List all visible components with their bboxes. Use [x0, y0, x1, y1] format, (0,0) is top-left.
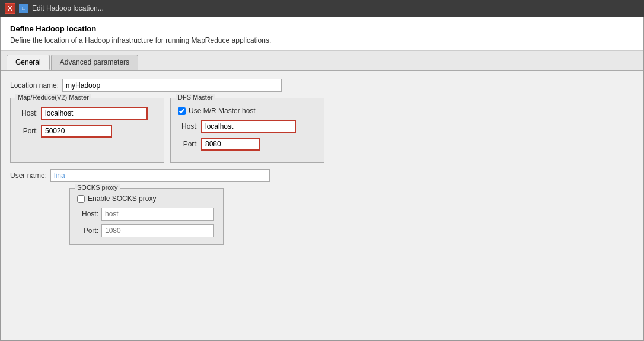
dfs-host-row: Host:: [178, 120, 317, 133]
mr-host-input[interactable]: [41, 107, 148, 120]
location-name-label: Location name:: [10, 81, 59, 90]
tab-bar: General Advanced parameters: [1, 51, 643, 71]
socks-host-row: Host:: [77, 208, 216, 221]
close-button[interactable]: X: [5, 3, 15, 14]
mr-host-label: Host:: [18, 109, 38, 117]
dfs-master-legend: DFS Master: [176, 94, 215, 101]
mr-host-row: Host:: [18, 107, 157, 120]
tab-general[interactable]: General: [7, 55, 50, 70]
tab-advanced-parameters[interactable]: Advanced parameters: [51, 55, 138, 70]
dfs-use-mr-master-row: Use M/R Master host: [178, 107, 317, 115]
username-input[interactable]: [50, 169, 270, 182]
title-bar: X □ Edit Hadoop location...: [0, 0, 644, 17]
socks-legend: SOCKS proxy: [75, 184, 120, 191]
dfs-use-mr-master-label: Use M/R Master host: [189, 107, 256, 115]
dfs-port-input[interactable]: [201, 138, 260, 151]
location-name-input[interactable]: [62, 79, 282, 92]
mr-port-label: Port:: [18, 127, 38, 135]
location-name-row: Location name:: [10, 79, 634, 92]
socks-enable-row: Enable SOCKS proxy: [77, 195, 216, 203]
content-area: Location name: Map/Reduce(V2) Master Hos…: [1, 71, 643, 340]
socks-proxy-group: SOCKS proxy Enable SOCKS proxy Host: Por…: [69, 188, 224, 245]
dfs-port-label: Port:: [178, 140, 198, 148]
socks-port-input[interactable]: [101, 224, 214, 237]
dfs-host-label: Host:: [178, 122, 198, 130]
mr-port-row: Port:: [18, 125, 157, 138]
window-title: Edit Hadoop location...: [32, 4, 104, 12]
dialog: Define Hadoop location Define the locati…: [0, 17, 644, 341]
dfs-port-row: Port:: [178, 138, 317, 151]
window-icon: □: [19, 4, 28, 13]
dfs-use-mr-master-checkbox[interactable]: [178, 107, 186, 115]
socks-host-label: Host:: [77, 210, 98, 218]
masters-row: Map/Reduce(V2) Master Host: Port: DFS Ma…: [10, 98, 634, 163]
dialog-header-description: Define the location of a Hadoop infrastr…: [10, 36, 634, 44]
dialog-header-title: Define Hadoop location: [10, 24, 634, 33]
mr-master-legend: Map/Reduce(V2) Master: [15, 94, 91, 101]
dfs-host-input[interactable]: [201, 120, 296, 133]
socks-enable-checkbox[interactable]: [77, 195, 85, 203]
username-row: User name:: [10, 169, 634, 182]
mr-port-input[interactable]: [41, 125, 112, 138]
dfs-master-group: DFS Master Use M/R Master host Host: Por…: [170, 98, 324, 163]
dialog-header: Define Hadoop location Define the locati…: [1, 17, 643, 51]
socks-enable-label: Enable SOCKS proxy: [88, 195, 156, 203]
mr-master-group: Map/Reduce(V2) Master Host: Port:: [10, 98, 164, 163]
socks-port-row: Port:: [77, 224, 216, 237]
socks-host-input[interactable]: [101, 208, 214, 221]
socks-port-label: Port:: [77, 227, 98, 235]
username-label: User name:: [10, 171, 47, 180]
